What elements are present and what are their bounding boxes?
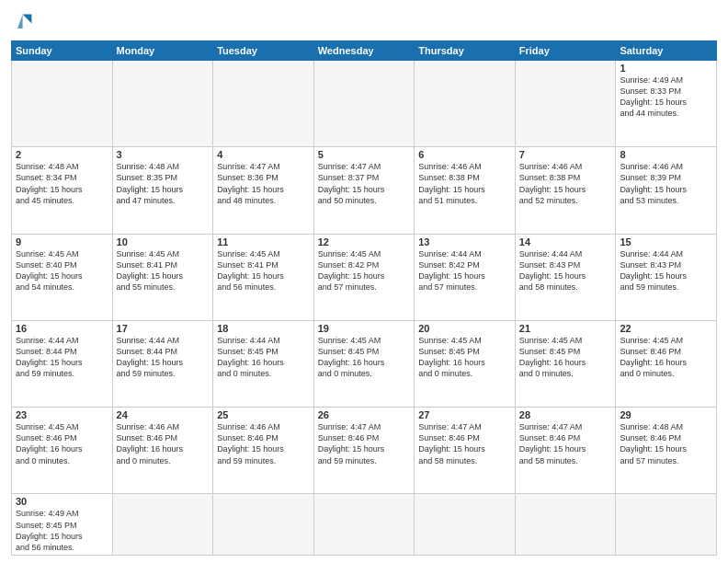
day-info: Sunrise: 4:46 AM Sunset: 8:38 PM Dayligh… bbox=[418, 161, 511, 206]
table-row: 23Sunrise: 4:45 AM Sunset: 8:46 PM Dayli… bbox=[12, 408, 113, 494]
header bbox=[11, 9, 717, 35]
table-row: 24Sunrise: 4:46 AM Sunset: 8:46 PM Dayli… bbox=[112, 408, 213, 494]
table-row: 22Sunrise: 4:45 AM Sunset: 8:46 PM Dayli… bbox=[616, 320, 717, 407]
day-number: 12 bbox=[318, 236, 411, 247]
day-number: 10 bbox=[117, 236, 210, 247]
table-row bbox=[415, 494, 516, 556]
day-number: 15 bbox=[620, 236, 712, 247]
day-number: 19 bbox=[318, 323, 411, 334]
weekday-header-row: SundayMondayTuesdayWednesdayThursdayFrid… bbox=[12, 41, 717, 61]
day-number: 1 bbox=[620, 63, 712, 74]
day-info: Sunrise: 4:45 AM Sunset: 8:40 PM Dayligh… bbox=[16, 248, 108, 293]
calendar-table: SundayMondayTuesdayWednesdayThursdayFrid… bbox=[11, 40, 717, 556]
day-number: 17 bbox=[117, 323, 210, 334]
table-row: 5Sunrise: 4:47 AM Sunset: 8:37 PM Daylig… bbox=[313, 147, 415, 234]
table-row: 10Sunrise: 4:45 AM Sunset: 8:41 PM Dayli… bbox=[112, 234, 213, 320]
day-number: 30 bbox=[16, 496, 108, 507]
day-number: 25 bbox=[217, 409, 310, 420]
week-row-1: 1Sunrise: 4:49 AM Sunset: 8:33 PM Daylig… bbox=[12, 61, 717, 147]
table-row: 6Sunrise: 4:46 AM Sunset: 8:38 PM Daylig… bbox=[415, 147, 516, 234]
day-info: Sunrise: 4:45 AM Sunset: 8:45 PM Dayligh… bbox=[318, 335, 411, 380]
day-info: Sunrise: 4:44 AM Sunset: 8:44 PM Dayligh… bbox=[16, 335, 108, 380]
day-info: Sunrise: 4:44 AM Sunset: 8:45 PM Dayligh… bbox=[217, 335, 310, 380]
day-info: Sunrise: 4:44 AM Sunset: 8:43 PM Dayligh… bbox=[620, 248, 712, 293]
table-row bbox=[415, 61, 516, 147]
weekday-header-tuesday: Tuesday bbox=[213, 41, 314, 61]
table-row bbox=[112, 61, 213, 147]
table-row: 25Sunrise: 4:46 AM Sunset: 8:46 PM Dayli… bbox=[213, 408, 314, 494]
day-info: Sunrise: 4:48 AM Sunset: 8:46 PM Dayligh… bbox=[620, 421, 712, 466]
table-row: 27Sunrise: 4:47 AM Sunset: 8:46 PM Dayli… bbox=[415, 408, 516, 494]
day-number: 13 bbox=[418, 236, 511, 247]
table-row bbox=[213, 61, 314, 147]
table-row: 7Sunrise: 4:46 AM Sunset: 8:38 PM Daylig… bbox=[515, 147, 616, 234]
day-number: 9 bbox=[16, 236, 108, 247]
table-row bbox=[313, 61, 415, 147]
table-row: 18Sunrise: 4:44 AM Sunset: 8:45 PM Dayli… bbox=[213, 320, 314, 407]
day-info: Sunrise: 4:45 AM Sunset: 8:46 PM Dayligh… bbox=[620, 335, 712, 380]
table-row: 29Sunrise: 4:48 AM Sunset: 8:46 PM Dayli… bbox=[616, 408, 717, 494]
day-info: Sunrise: 4:46 AM Sunset: 8:39 PM Dayligh… bbox=[620, 161, 712, 206]
day-number: 3 bbox=[117, 149, 210, 160]
table-row: 16Sunrise: 4:44 AM Sunset: 8:44 PM Dayli… bbox=[12, 320, 113, 407]
table-row: 26Sunrise: 4:47 AM Sunset: 8:46 PM Dayli… bbox=[313, 408, 415, 494]
day-number: 23 bbox=[16, 409, 108, 420]
day-number: 20 bbox=[418, 323, 511, 334]
table-row: 12Sunrise: 4:45 AM Sunset: 8:42 PM Dayli… bbox=[313, 234, 415, 320]
page: SundayMondayTuesdayWednesdayThursdayFrid… bbox=[0, 0, 728, 563]
day-number: 4 bbox=[217, 149, 310, 160]
table-row bbox=[313, 494, 415, 556]
day-info: Sunrise: 4:47 AM Sunset: 8:46 PM Dayligh… bbox=[318, 421, 411, 466]
table-row: 28Sunrise: 4:47 AM Sunset: 8:46 PM Dayli… bbox=[515, 408, 616, 494]
day-info: Sunrise: 4:47 AM Sunset: 8:46 PM Dayligh… bbox=[519, 421, 612, 466]
day-info: Sunrise: 4:45 AM Sunset: 8:42 PM Dayligh… bbox=[318, 248, 411, 293]
table-row: 13Sunrise: 4:44 AM Sunset: 8:42 PM Dayli… bbox=[415, 234, 516, 320]
day-info: Sunrise: 4:45 AM Sunset: 8:45 PM Dayligh… bbox=[418, 335, 511, 380]
day-number: 21 bbox=[519, 323, 612, 334]
day-info: Sunrise: 4:46 AM Sunset: 8:38 PM Dayligh… bbox=[519, 161, 612, 206]
week-row-5: 23Sunrise: 4:45 AM Sunset: 8:46 PM Dayli… bbox=[12, 408, 717, 494]
day-info: Sunrise: 4:47 AM Sunset: 8:36 PM Dayligh… bbox=[217, 161, 310, 206]
week-row-4: 16Sunrise: 4:44 AM Sunset: 8:44 PM Dayli… bbox=[12, 320, 717, 407]
day-number: 29 bbox=[620, 409, 712, 420]
day-number: 16 bbox=[16, 323, 108, 334]
day-info: Sunrise: 4:44 AM Sunset: 8:42 PM Dayligh… bbox=[418, 248, 511, 293]
day-info: Sunrise: 4:45 AM Sunset: 8:45 PM Dayligh… bbox=[519, 335, 612, 380]
table-row bbox=[112, 494, 213, 556]
day-info: Sunrise: 4:46 AM Sunset: 8:46 PM Dayligh… bbox=[117, 421, 210, 466]
day-info: Sunrise: 4:46 AM Sunset: 8:46 PM Dayligh… bbox=[217, 421, 310, 466]
day-info: Sunrise: 4:48 AM Sunset: 8:35 PM Dayligh… bbox=[117, 161, 210, 206]
day-info: Sunrise: 4:44 AM Sunset: 8:44 PM Dayligh… bbox=[117, 335, 210, 380]
logo bbox=[11, 9, 40, 35]
day-number: 18 bbox=[217, 323, 310, 334]
day-number: 6 bbox=[418, 149, 511, 160]
day-number: 14 bbox=[519, 236, 612, 247]
table-row: 3Sunrise: 4:48 AM Sunset: 8:35 PM Daylig… bbox=[112, 147, 213, 234]
weekday-header-sunday: Sunday bbox=[12, 41, 113, 61]
day-number: 5 bbox=[318, 149, 411, 160]
day-info: Sunrise: 4:45 AM Sunset: 8:41 PM Dayligh… bbox=[217, 248, 310, 293]
logo-icon bbox=[11, 9, 37, 35]
day-number: 28 bbox=[519, 409, 612, 420]
day-info: Sunrise: 4:47 AM Sunset: 8:46 PM Dayligh… bbox=[418, 421, 511, 466]
day-info: Sunrise: 4:45 AM Sunset: 8:41 PM Dayligh… bbox=[117, 248, 210, 293]
day-number: 11 bbox=[217, 236, 310, 247]
day-number: 24 bbox=[117, 409, 210, 420]
day-info: Sunrise: 4:48 AM Sunset: 8:34 PM Dayligh… bbox=[16, 161, 108, 206]
table-row bbox=[515, 494, 616, 556]
table-row: 17Sunrise: 4:44 AM Sunset: 8:44 PM Dayli… bbox=[112, 320, 213, 407]
table-row: 19Sunrise: 4:45 AM Sunset: 8:45 PM Dayli… bbox=[313, 320, 415, 407]
day-number: 26 bbox=[318, 409, 411, 420]
day-info: Sunrise: 4:45 AM Sunset: 8:46 PM Dayligh… bbox=[16, 421, 108, 466]
weekday-header-wednesday: Wednesday bbox=[313, 41, 415, 61]
week-row-3: 9Sunrise: 4:45 AM Sunset: 8:40 PM Daylig… bbox=[12, 234, 717, 320]
table-row: 8Sunrise: 4:46 AM Sunset: 8:39 PM Daylig… bbox=[616, 147, 717, 234]
day-info: Sunrise: 4:49 AM Sunset: 8:45 PM Dayligh… bbox=[16, 508, 108, 553]
table-row bbox=[616, 494, 717, 556]
week-row-2: 2Sunrise: 4:48 AM Sunset: 8:34 PM Daylig… bbox=[12, 147, 717, 234]
table-row bbox=[515, 61, 616, 147]
table-row: 21Sunrise: 4:45 AM Sunset: 8:45 PM Dayli… bbox=[515, 320, 616, 407]
table-row: 2Sunrise: 4:48 AM Sunset: 8:34 PM Daylig… bbox=[12, 147, 113, 234]
table-row: 11Sunrise: 4:45 AM Sunset: 8:41 PM Dayli… bbox=[213, 234, 314, 320]
day-info: Sunrise: 4:47 AM Sunset: 8:37 PM Dayligh… bbox=[318, 161, 411, 206]
